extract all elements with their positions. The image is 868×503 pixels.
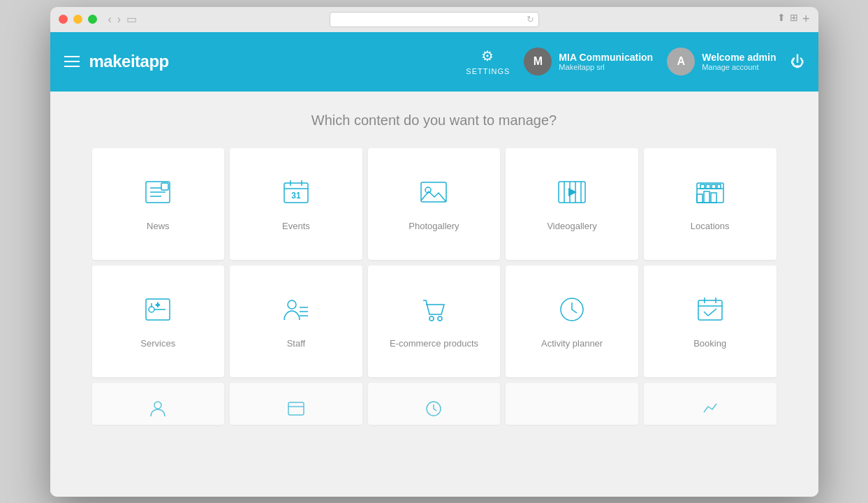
app-logo: makeitapp [89, 52, 169, 71]
user-text: Welcome admin Manage account [702, 52, 776, 71]
activity-label: Activity planner [541, 338, 603, 349]
news-label: News [147, 221, 170, 231]
photogallery-icon [418, 176, 450, 208]
events-label: Events [282, 221, 310, 231]
manage-account-link[interactable]: Manage account [702, 63, 776, 71]
card-videogallery[interactable]: Videogallery [506, 148, 638, 260]
power-button[interactable]: ⏻ [790, 54, 804, 70]
settings-button[interactable]: ⚙ SETTINGS [466, 48, 510, 75]
svg-point-34 [288, 300, 296, 309]
partial-card-2[interactable] [230, 383, 362, 425]
svg-rect-4 [161, 183, 168, 190]
card-staff[interactable]: Staff [230, 265, 362, 377]
svg-point-30 [149, 307, 154, 312]
partial-icon-5 [700, 398, 721, 419]
svg-point-38 [429, 316, 434, 321]
news-icon [142, 176, 174, 208]
svg-rect-20 [697, 194, 703, 203]
address-bar[interactable]: ↻ [330, 12, 539, 27]
videogallery-label: Videogallery [547, 221, 596, 231]
hamburger-line [64, 61, 80, 62]
svg-line-45 [704, 312, 708, 316]
booking-label: Booking [693, 338, 726, 349]
user-avatar: A [667, 48, 695, 75]
page-title: Which content do you want to manage? [92, 112, 777, 129]
card-ecommerce[interactable]: E-commerce products [368, 265, 501, 377]
svg-rect-27 [717, 184, 721, 189]
card-services[interactable]: + Services [92, 265, 225, 377]
back-button[interactable]: ‹ [108, 13, 112, 26]
minimize-button[interactable] [73, 15, 82, 24]
svg-rect-10 [421, 182, 446, 202]
app-main: Which content do you want to manage? New… [50, 92, 818, 497]
ecommerce-label: E-commerce products [390, 338, 478, 349]
svg-rect-41 [698, 300, 722, 320]
card-events[interactable]: 31 Events [230, 148, 362, 260]
svg-rect-25 [706, 184, 710, 189]
mac-window-extra-buttons: ⬆ ⊞ + [777, 12, 810, 27]
card-news[interactable]: News [92, 148, 225, 260]
maximize-button[interactable] [88, 15, 97, 24]
svg-rect-21 [704, 191, 709, 203]
staff-icon [280, 293, 312, 326]
partial-icon-1 [147, 398, 168, 419]
cards-row-2: + Services Staff [92, 265, 777, 377]
hamburger-line [64, 56, 80, 57]
cards-row-3-partial [92, 383, 777, 425]
mac-window-controls [59, 15, 97, 24]
company-text: MIA Communication Makeitapp srl [559, 52, 653, 71]
hamburger-line [64, 66, 80, 67]
svg-rect-26 [712, 184, 716, 189]
mac-window: ‹ › ▭ ↻ ⬆ ⊞ + makeitapp [50, 7, 818, 497]
user-info: A Welcome admin Manage account [667, 48, 776, 75]
card-locations[interactable]: Locations [644, 148, 777, 260]
hamburger-menu[interactable] [64, 56, 80, 67]
services-label: Services [140, 338, 175, 349]
company-subtitle: Makeitapp srl [559, 63, 653, 71]
header-right: ⚙ SETTINGS M MIA Communication Makeitapp… [466, 48, 804, 75]
svg-text:31: 31 [291, 191, 301, 201]
card-booking[interactable]: Booking [644, 265, 777, 377]
share-icon[interactable]: ⬆ [777, 12, 786, 27]
svg-text:+: + [156, 301, 160, 309]
mac-nav-controls: ‹ › ▭ [108, 13, 138, 26]
user-name: Welcome admin [702, 52, 776, 63]
partial-icon-3 [423, 398, 444, 419]
services-icon: + [142, 293, 174, 326]
card-photogallery[interactable]: Photogallery [368, 148, 501, 260]
app-header: makeitapp ⚙ SETTINGS M MIA Communication… [50, 32, 818, 92]
videogallery-icon [556, 176, 588, 208]
partial-card-5[interactable] [644, 383, 777, 425]
layout-button[interactable]: ▭ [126, 13, 137, 26]
new-tab-icon[interactable]: ⊞ [790, 12, 798, 27]
activity-planner-icon [556, 293, 588, 326]
header-left: makeitapp [64, 52, 169, 71]
forward-button[interactable]: › [117, 13, 121, 26]
svg-point-39 [438, 316, 442, 321]
app-container: makeitapp ⚙ SETTINGS M MIA Communication… [50, 32, 818, 497]
mac-titlebar: ‹ › ▭ ↻ ⬆ ⊞ + [50, 7, 818, 32]
company-info: M MIA Communication Makeitapp srl [524, 48, 653, 75]
staff-label: Staff [287, 338, 306, 349]
ecommerce-icon [418, 293, 450, 326]
locations-label: Locations [691, 221, 730, 231]
photogallery-label: Photogallery [409, 221, 459, 231]
locations-icon [694, 176, 726, 208]
close-button[interactable] [59, 15, 68, 24]
company-name: MIA Communication [559, 52, 653, 63]
svg-rect-24 [700, 184, 705, 189]
partial-icon-2 [286, 398, 307, 419]
svg-rect-48 [288, 402, 304, 415]
events-icon: 31 [280, 176, 312, 208]
add-icon[interactable]: + [802, 12, 810, 27]
company-avatar: M [524, 48, 552, 75]
partial-card-1[interactable] [92, 383, 225, 425]
svg-line-46 [708, 309, 716, 316]
svg-rect-22 [711, 193, 716, 203]
card-activity[interactable]: Activity planner [506, 265, 638, 377]
partial-card-3[interactable] [368, 383, 501, 425]
svg-point-47 [154, 402, 161, 409]
gear-icon: ⚙ [481, 48, 494, 64]
partial-card-4[interactable] [506, 383, 638, 425]
cards-row-1: News 31 Events [92, 148, 777, 260]
